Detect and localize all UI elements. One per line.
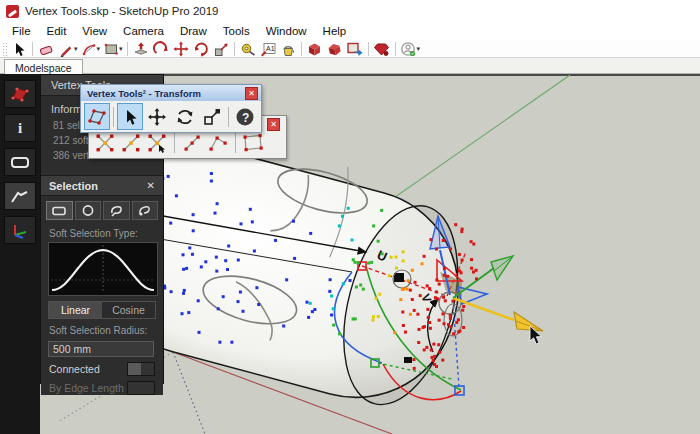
- toolbar-grip[interactable]: [2, 42, 7, 56]
- scale-tool-button[interactable]: [211, 40, 231, 57]
- paint-select-button[interactable]: [132, 201, 159, 220]
- menu-bar: File Edit View Camera Draw Tools Window …: [0, 22, 700, 40]
- transform-toolbar-close-icon[interactable]: ✕: [245, 87, 258, 100]
- gizmo-cone-green[interactable]: [491, 256, 513, 280]
- edge-node: [404, 357, 412, 363]
- window-title: Vertex Tools.skp - SketchUp Pro 2019: [25, 5, 218, 17]
- lasso-select-button[interactable]: [103, 201, 130, 220]
- split-corner-button[interactable]: [206, 130, 230, 156]
- menu-file[interactable]: File: [4, 24, 39, 38]
- gizmo-cone-yellow[interactable]: [514, 312, 543, 331]
- split-edge-button[interactable]: [180, 130, 204, 156]
- main-toolbar: ▾ ▾ ▾ A1 ▾: [0, 40, 700, 58]
- connected-toggle[interactable]: [127, 362, 155, 376]
- vertex-move-button[interactable]: [144, 103, 170, 130]
- transform-toolbar-title: Vertex Tools² - Transform: [87, 88, 201, 99]
- vertex-rotate-button[interactable]: [171, 103, 197, 130]
- collapse-vertices-button[interactable]: [145, 130, 169, 156]
- help-button[interactable]: ?: [232, 103, 258, 130]
- svg-text:?: ?: [242, 110, 249, 124]
- title-bar: Vertex Tools.skp - SketchUp Pro 2019: [0, 0, 700, 22]
- connected-label: Connected: [49, 363, 100, 375]
- linear-falloff-button[interactable]: Linear: [49, 302, 102, 318]
- rectangle-tool-button[interactable]: [101, 40, 121, 57]
- menu-help[interactable]: Help: [315, 24, 355, 38]
- sidebar-gizmo-axes-button[interactable]: [4, 216, 36, 244]
- tab-modelspace[interactable]: Modelspace: [4, 59, 83, 75]
- sidebar-information-button[interactable]: i: [4, 114, 36, 142]
- transform-toolbar-titlebar[interactable]: Vertex Tools² - Transform ✕: [81, 85, 261, 101]
- menu-camera[interactable]: Camera: [115, 24, 172, 38]
- line-tool-button[interactable]: [56, 40, 76, 57]
- rotate-tool-button[interactable]: [191, 40, 211, 57]
- line-tool-dropdown[interactable]: ▾: [74, 45, 78, 53]
- make-face-button[interactable]: [241, 130, 265, 156]
- selection-mode-buttons: [41, 196, 163, 222]
- share-component-button[interactable]: [345, 40, 365, 57]
- radius-input[interactable]: [48, 341, 154, 357]
- vertex-select-button[interactable]: [117, 103, 143, 130]
- sidebar-soft-falloff-button[interactable]: [4, 182, 36, 210]
- modes-toolbar-close-icon[interactable]: ✕: [267, 118, 280, 131]
- scene-tab-bar: Modelspace: [0, 58, 700, 74]
- cosine-falloff-button[interactable]: Cosine: [102, 302, 155, 318]
- dimension-text-tool-button[interactable]: A1: [258, 40, 278, 57]
- share-model-button[interactable]: [325, 40, 345, 57]
- sidebar-vertex-tools-button[interactable]: [4, 80, 36, 108]
- falloff-curve-graph[interactable]: [48, 242, 158, 296]
- transform-toolbar: Vertex Tools² - Transform ✕ ?: [80, 84, 262, 133]
- eraser-tool-button[interactable]: [36, 40, 56, 57]
- rectangle-select-button[interactable]: [46, 201, 73, 220]
- connected-row: Connected: [41, 357, 163, 376]
- by-edge-length-row: By Edge Length: [41, 376, 163, 395]
- sketchup-logo-icon: [6, 5, 19, 18]
- selection-close-icon[interactable]: ✕: [147, 180, 155, 191]
- menu-view[interactable]: View: [74, 24, 115, 38]
- menu-edit[interactable]: Edit: [39, 24, 75, 38]
- follow-me-tool-button[interactable]: [151, 40, 171, 57]
- sidebar-selection-button[interactable]: [4, 148, 36, 176]
- by-edge-length-label: By Edge Length: [49, 382, 124, 394]
- paint-bucket-tool-button[interactable]: [278, 40, 298, 57]
- weld-vertices-button[interactable]: [119, 130, 143, 156]
- extension-warehouse-button[interactable]: [372, 40, 392, 57]
- account-button[interactable]: [399, 40, 419, 57]
- select-tool-button[interactable]: [9, 40, 29, 57]
- svg-text:A1: A1: [266, 45, 275, 52]
- menu-window[interactable]: Window: [258, 24, 315, 38]
- pivot-node[interactable]: [394, 273, 404, 282]
- arc-tool-button[interactable]: [79, 40, 99, 57]
- circle-select-button[interactable]: [75, 201, 102, 220]
- tape-measure-tool-button[interactable]: [238, 40, 258, 57]
- account-dropdown[interactable]: ▾: [417, 45, 421, 53]
- merge-vertices-button[interactable]: [93, 130, 117, 156]
- vertex-tools-mode-button[interactable]: [84, 103, 110, 130]
- vertex-tools-sidebar: i: [0, 74, 40, 434]
- 3d-warehouse-button[interactable]: [305, 40, 325, 57]
- move-tool-button[interactable]: [171, 40, 191, 57]
- falloff-type-buttons: Linear Cosine: [48, 301, 156, 319]
- arc-tool-dropdown[interactable]: ▾: [97, 45, 101, 53]
- selection-subpanel: Selection ✕ Soft Selection Type:: [41, 175, 163, 395]
- vertex-scale-button[interactable]: [199, 103, 225, 130]
- menu-tools[interactable]: Tools: [215, 24, 258, 38]
- soft-selection-type-label: Soft Selection Type:: [41, 222, 163, 242]
- menu-draw[interactable]: Draw: [172, 24, 215, 38]
- rectangle-tool-dropdown[interactable]: ▾: [119, 45, 123, 53]
- sketchup-window: Vertex Tools.skp - SketchUp Pro 2019 Fil…: [0, 0, 700, 434]
- by-edge-length-toggle[interactable]: [127, 381, 155, 395]
- selection-title: Selection: [49, 180, 98, 192]
- push-pull-tool-button[interactable]: [131, 40, 151, 57]
- svg-text:i: i: [18, 120, 22, 136]
- radius-label: Soft Selection Radius:: [41, 319, 163, 339]
